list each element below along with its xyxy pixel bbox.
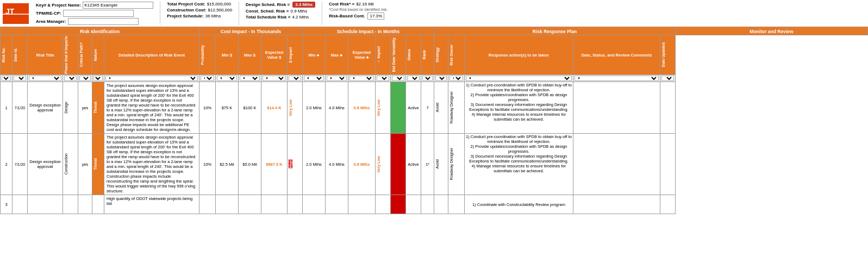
filter-max-sched-select[interactable]: ▼ <box>327 76 347 81</box>
cell-critical-2: yes <box>78 134 92 195</box>
cell-phase-1: Design <box>63 82 78 134</box>
filter-strategy-select[interactable]: ▼ <box>435 76 447 81</box>
col-cost-impact: $ Impact <box>288 35 303 75</box>
col-max-sched: Max ♣ <box>326 35 348 75</box>
filter-bid-date[interactable]: ▼ <box>391 75 406 82</box>
filter-row: ▼ ▼ ▼ ▼ ▼ ▼ ▼ ▼ ▼ ▼ ▼ ▼ ▼ ▼ ▼ ▼ ▼ ▼ ▼ ▼ <box>1 75 868 82</box>
filter-sched-impact[interactable]: ▼ <box>376 75 391 82</box>
cell-response-2: 1) Conduct pre-coordination with SPDB to… <box>465 134 573 195</box>
cell-rank-1: 7 <box>421 82 434 134</box>
cost-info-group: Total Project Cost: $15,000,000 Construc… <box>167 2 232 25</box>
filter-date-updated-select[interactable]: ▼ <box>661 76 674 81</box>
filter-risk-title-select[interactable]: ▼ <box>29 76 61 81</box>
project-info-group: Key# & Project Name: TPM/RE-CP: Area Man… <box>36 2 153 25</box>
filter-critical[interactable]: ▼ <box>78 75 92 82</box>
cell-rank-3 <box>421 195 434 214</box>
filter-risk-title[interactable]: ▼ <box>28 75 63 82</box>
area-input[interactable] <box>68 18 139 25</box>
table-row: 3 High quantity of ODOT statewide projec… <box>1 195 868 214</box>
key-input[interactable] <box>83 2 153 9</box>
filter-rank-select[interactable]: ▼ <box>422 76 433 81</box>
total-sched-risk-value: 4.2 Mths <box>292 15 309 20</box>
filter-desc[interactable]: ▼ <box>104 75 199 82</box>
filter-sched-impact-select[interactable]: ▼ <box>377 76 389 81</box>
cell-status-1: Active <box>406 82 421 134</box>
filter-review[interactable]: ▼ <box>573 75 660 82</box>
filter-desc-select[interactable]: ▼ <box>105 76 198 81</box>
filter-status[interactable]: ▼ <box>406 75 421 82</box>
cell-date-updated-1 <box>660 82 676 134</box>
filter-date-id[interactable]: ▼ <box>13 75 28 82</box>
col-min-sched: Min ♣ <box>303 35 326 75</box>
total-cost-label: Total Project Cost: <box>167 2 205 7</box>
filter-owner[interactable]: ▼ <box>448 75 465 82</box>
risk-sched-group: Design Sched. Risk = 3.3 Mths Const. Sch… <box>246 2 315 25</box>
cost-impact-header: Cost Impact - In Thousands <box>199 28 303 35</box>
filter-date-id-select[interactable]: ▼ <box>14 76 26 81</box>
const-sched-risk-value: 0.9 Mths <box>290 9 307 14</box>
filter-rank[interactable]: ▼ <box>421 75 434 82</box>
filter-max-sched[interactable]: ▼ <box>326 75 348 82</box>
cell-prob-2: 10% <box>199 134 216 195</box>
filter-min-sched[interactable]: ▼ <box>303 75 326 82</box>
section-header-row: Risk Identification Cost Impact - In Tho… <box>1 28 868 35</box>
filter-owner-select[interactable]: ▼ <box>449 76 463 81</box>
cost-risk-note: *Cost Risk based on identified risk. <box>329 8 388 11</box>
filter-prob-select[interactable]: ▼ <box>201 76 214 81</box>
filter-exp-cost-select[interactable]: ▼ <box>263 76 286 81</box>
filter-prob[interactable]: ▼ <box>199 75 216 82</box>
cell-strategy-2: Avoid <box>434 134 448 195</box>
filter-critical-select[interactable]: ▼ <box>79 76 91 81</box>
response-plan-header: Risk Response Plan <box>434 28 676 35</box>
col-expected-cost: Expected Value $ <box>261 35 288 75</box>
filter-min-cost[interactable]: ▼ <box>216 75 239 82</box>
filter-min-sched-select[interactable]: ▼ <box>304 76 324 81</box>
filter-max-cost[interactable]: ▼ <box>239 75 261 82</box>
filter-nature-select[interactable]: ▼ <box>93 76 103 81</box>
filter-min-cost-select[interactable]: ▼ <box>217 76 237 81</box>
filter-max-cost-select[interactable]: ▼ <box>240 76 260 81</box>
tpm-label: TPM/RE-CP: <box>36 11 61 16</box>
cell-sched-impact-3 <box>376 195 391 214</box>
table-row: 1 7/1/20 Design exception approval Desig… <box>1 82 868 134</box>
cell-bid-date-2 <box>391 134 406 195</box>
filter-exp-sched[interactable]: ▼ <box>348 75 376 82</box>
cell-exp-cost-1: $14.4 K <box>261 82 288 134</box>
filter-bid-date-select[interactable]: ▼ <box>392 76 404 81</box>
filter-phase-select[interactable]: ▼ <box>64 76 77 81</box>
filter-date-updated[interactable]: ▼ <box>660 75 676 82</box>
cell-owner-3 <box>448 195 465 214</box>
divider1 <box>160 2 160 25</box>
cell-max-cost-3 <box>239 195 261 214</box>
filter-review-select[interactable]: ▼ <box>574 76 659 81</box>
col-risk-title: Risk Title <box>28 35 63 75</box>
cell-exp-sched-1: 0.6 Mths <box>348 82 376 134</box>
filter-response-select[interactable]: ▼ <box>466 76 572 81</box>
logo-area: JT <box>3 2 29 25</box>
filter-nature[interactable]: ▼ <box>92 75 104 82</box>
filter-strategy[interactable]: ▼ <box>434 75 448 82</box>
cell-desc-3: High quantity of ODOT statewide projects… <box>104 195 199 214</box>
total-sched-risk-label: Total Schedule Risk = <box>246 15 290 20</box>
cell-min-sched-1: 2.0 Mths <box>303 82 326 134</box>
cell-critical-3 <box>78 195 92 214</box>
filter-status-select[interactable]: ▼ <box>407 76 420 81</box>
table-row: 2 7/1/20 Design exception approval Const… <box>1 134 868 195</box>
tpm-input[interactable] <box>63 10 134 17</box>
filter-response[interactable]: ▼ <box>465 75 573 82</box>
filter-risk-no-select[interactable]: ▼ <box>2 76 11 81</box>
filter-risk-no[interactable]: ▼ <box>1 75 13 82</box>
odot-logo-icon: JT <box>3 3 29 24</box>
cell-risk-no-3: 3 <box>1 195 13 214</box>
col-strategy: Strategy <box>434 35 448 75</box>
filter-exp-cost[interactable]: ▼ <box>261 75 288 82</box>
cell-bid-date-1 <box>391 82 406 134</box>
filter-cost-impact[interactable]: ▼ <box>288 75 303 82</box>
col-expected-sched: Expected Value ♣ <box>348 35 376 75</box>
filter-exp-sched-select[interactable]: ▼ <box>349 76 374 81</box>
col-risk-owner: Risk Owner <box>448 35 465 75</box>
cell-review-3 <box>573 195 660 214</box>
col-phase: Phase that it Impacts <box>63 35 78 75</box>
filter-cost-impact-select[interactable]: ▼ <box>289 76 301 81</box>
filter-phase[interactable]: ▼ <box>63 75 78 82</box>
